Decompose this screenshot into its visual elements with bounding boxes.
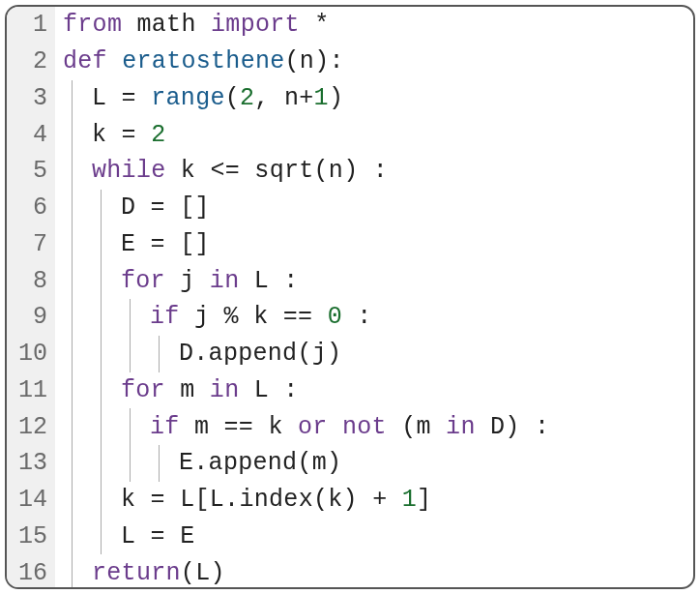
code-line: 5while k <= sqrt(n) : [7,153,693,190]
code-line: 16return(L) [7,554,693,589]
code-token: 1 [402,486,417,514]
indent-guide [72,226,73,263]
code-line: 6D = [] [7,190,693,226]
code-token: eratosthene [122,47,284,75]
code-content: def eratosthene(n): [55,44,344,80]
indent-guide [72,262,73,299]
indent-guide [72,116,73,153]
indent-guide [130,299,131,336]
code-content: for j in L : [55,262,299,299]
indent-guide [101,519,102,555]
code-token: if [150,303,194,331]
line-number: 2 [7,44,55,80]
code-line: 12if m == k or not (m in D) : [7,408,693,445]
line-number: 8 [7,262,55,299]
code-token: in [210,376,254,404]
line-number: 15 [7,519,55,555]
indent-guide [130,336,131,372]
code-token: L = E [121,522,195,550]
indent-guide [101,226,102,263]
code-token: : [342,303,372,331]
line-number: 7 [7,226,55,263]
indent-guide [101,372,102,409]
code-token: m == k [194,413,298,441]
indent-guide [72,190,73,226]
indent-guide [159,445,160,482]
code-token: (n): [285,47,344,75]
code-token: or not [298,413,401,441]
code-line: 4k = 2 [7,116,693,153]
code-content: E = [] [55,226,210,263]
indent-guide [72,519,73,555]
indent-guide [72,482,73,519]
code-content: E.append(m) [55,445,341,482]
code-line: 7E = [] [7,226,693,263]
code-token: ] [417,486,431,514]
line-number: 11 [7,372,55,409]
indent-guide [72,445,73,482]
line-number: 6 [7,190,55,226]
code-token: ( [225,84,240,112]
code-token: D) : [490,413,549,441]
code-line: 11for m in L : [7,372,693,409]
code-line: 2def eratosthene(n): [7,44,693,80]
code-token: import [211,11,314,39]
code-token: (m [401,413,446,441]
indent-guide [101,299,102,336]
code-token: k = L[L.index(k) + [121,486,402,514]
code-line: 10D.append(j) [7,336,693,372]
code-token: L : [254,376,299,404]
line-number: 9 [7,299,55,336]
code-token: L = [92,84,151,112]
line-number: 13 [7,445,55,482]
code-content: for m in L : [55,372,299,409]
code-content: D = [] [55,190,210,226]
code-content: if j % k == 0 : [55,299,372,336]
indent-guide [159,336,160,372]
indent-guide [101,336,102,372]
code-token: if [150,413,194,441]
code-token: ) [329,84,343,112]
code-token: (L) [181,559,225,587]
code-content: from math import * [55,7,329,44]
code-token: D = [] [121,193,210,222]
code-line: 13E.append(m) [7,445,693,482]
code-token: def [63,47,122,75]
code-token: k = [92,121,151,149]
line-number: 12 [7,408,55,445]
code-token: 2 [240,84,254,112]
code-token: D.append(j) [179,340,341,368]
code-token: m [180,376,210,404]
code-token: E.append(m) [179,449,341,477]
line-number: 1 [7,7,55,44]
code-token: while [92,157,181,185]
code-line: 3L = range(2, n+1) [7,80,693,117]
code-content: L = E [55,519,195,555]
code-line: 15L = E [7,519,693,555]
code-editor: 1from math import *2def eratosthene(n):3… [5,5,695,589]
code-line: 1from math import * [7,7,693,44]
code-token: range [151,84,225,112]
code-content: k = L[L.index(k) + 1] [55,482,431,519]
indent-guide [130,408,131,445]
indent-guide [72,299,73,336]
code-line: 9if j % k == 0 : [7,299,693,336]
code-token: math [137,11,212,39]
indent-guide [101,190,102,226]
indent-guide [101,445,102,482]
code-token: from [63,11,137,39]
code-line: 14k = L[L.index(k) + 1] [7,482,693,519]
line-number: 5 [7,153,55,190]
code-token: for [121,376,180,404]
line-number: 10 [7,336,55,372]
indent-guide [72,372,73,409]
code-content: k = 2 [55,116,166,153]
indent-guide [101,482,102,519]
code-token: j [180,267,210,295]
indent-guide [72,554,73,589]
code-content: L = range(2, n+1) [55,80,343,117]
code-token: k <= sqrt(n) : [181,157,388,185]
code-token: return [92,559,181,587]
indent-guide [130,445,131,482]
code-token: E = [] [121,230,210,258]
